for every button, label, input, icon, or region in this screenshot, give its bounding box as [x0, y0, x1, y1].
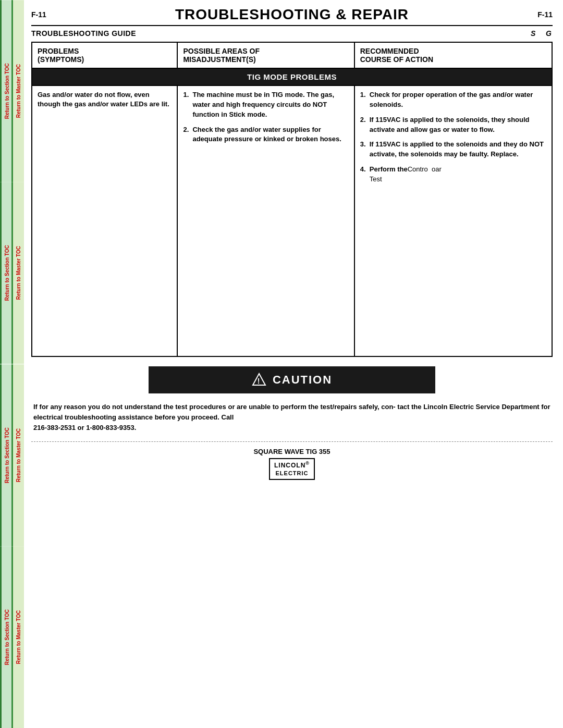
problems-cell: Gas and/or water do not flow, even thoug… [32, 85, 177, 356]
sidebar-tab-master-1[interactable]: Return to Master TOC [11, 0, 24, 182]
list-item: 2. If 115VAC is applied to the solenoids… [360, 115, 546, 135]
sidebar-tab-section-2[interactable]: Return to Section TOC [0, 182, 13, 364]
caution-label: CAUTION [273, 373, 332, 387]
possible-item-1-text: The machine must be in TIG mode. The gas… [192, 91, 334, 118]
table-header-row: PROBLEMS (SYMPTOMS) POSSIBLE AREAS OF MI… [32, 42, 552, 68]
rec-item-1-text: Check for proper operation of the gas an… [370, 91, 533, 108]
col-recommended-header: RECOMMENDED COURSE OF ACTION [354, 42, 552, 68]
subheader-right: S G [531, 29, 553, 38]
sidebar-tab-master-3[interactable]: Return to Master TOC [11, 364, 24, 546]
page-title: TROUBLESHOOTING & REPAIR [46, 6, 537, 23]
list-item: 4. Perform theContro oarTest [360, 165, 546, 184]
sidebar-tab-section-1[interactable]: Return to Section TOC [0, 0, 13, 182]
page-code-left: F-11 [31, 10, 46, 19]
page-code-right: F-11 [537, 10, 553, 19]
rec-item-3-text: If 115VAC is applied to the solenoids an… [370, 140, 544, 158]
possible-list: 1. The machine must be in TIG mode. The … [183, 90, 348, 144]
product-name: SQUARE WAVE TIG 355 [31, 447, 553, 456]
bottom-brand: SQUARE WAVE TIG 355 LINCOLN® ELECTRIC [31, 447, 553, 479]
recommended-cell: 1. Check for proper operation of the gas… [354, 85, 552, 356]
possible-areas-cell: 1. The machine must be in TIG mode. The … [177, 85, 354, 356]
col-problems-header: PROBLEMS (SYMPTOMS) [32, 42, 177, 68]
col-possible-header: POSSIBLE AREAS OF MISADJUSTMENT(S) [177, 42, 354, 68]
subheader-g: G [546, 29, 553, 38]
subheader-left: TROUBLESHOOTING GUIDE [31, 29, 136, 38]
section-header-row: TIG MODE PROBLEMS [32, 68, 552, 85]
recommended-list: 1. Check for proper operation of the gas… [360, 90, 546, 184]
sidebar-tab-master-4[interactable]: Return to Master TOC [11, 546, 24, 728]
sidebar-tab-section-4[interactable]: Return to Section TOC [0, 546, 13, 728]
sidebar-right: Return to Master TOC Return to Master TO… [11, 0, 24, 728]
page-wrapper: Return to Section TOC Return to Section … [0, 0, 563, 728]
main-table: PROBLEMS (SYMPTOMS) POSSIBLE AREAS OF MI… [31, 42, 553, 357]
footer-text: If for any reason you do not understand … [31, 402, 553, 433]
sidebar-tab-master-2[interactable]: Return to Master TOC [11, 182, 24, 364]
footer-line3: 216-383-2531 or 1-800-833-9353. [33, 424, 136, 431]
section-header-cell: TIG MODE PROBLEMS [32, 68, 552, 85]
list-item: 3. If 115VAC is applied to the solenoids… [360, 140, 546, 159]
footer-line1: If for any reason you do not understand … [33, 403, 396, 411]
rec-item-4-text: Perform theContro oarTest [370, 165, 442, 183]
sidebar-tab-section-3[interactable]: Return to Section TOC [0, 364, 13, 546]
list-item: 2. Check the gas and/or water supplies f… [183, 125, 348, 145]
sidebar-left: Return to Section TOC Return to Section … [0, 0, 13, 728]
possible-item-2-text: Check the gas and/or water supplies for … [192, 126, 341, 143]
table-content-row: Gas and/or water do not flow, even thoug… [32, 85, 552, 356]
content-area: F-11 TROUBLESHOOTING & REPAIR F-11 TROUB… [25, 0, 563, 486]
caution-triangle-icon: ! [252, 373, 266, 387]
list-item: 1. Check for proper operation of the gas… [360, 90, 546, 110]
svg-text:!: ! [258, 377, 261, 385]
subheader-row: TROUBLESHOOTING GUIDE S G [31, 29, 553, 38]
caution-box: ! CAUTION [149, 366, 435, 393]
list-item: 1. The machine must be in TIG mode. The … [183, 90, 348, 120]
problem-text: Gas and/or water do not flow, even thoug… [38, 90, 172, 109]
rec-item-2-text: If 115VAC is applied to the solenoids, t… [370, 116, 530, 133]
subheader-s: S [531, 29, 536, 38]
header-divider [31, 25, 553, 26]
page-header: F-11 TROUBLESHOOTING & REPAIR F-11 [31, 6, 553, 23]
footer-divider [31, 441, 553, 442]
brand-lincoln: LINCOLN® ELECTRIC [269, 458, 315, 480]
